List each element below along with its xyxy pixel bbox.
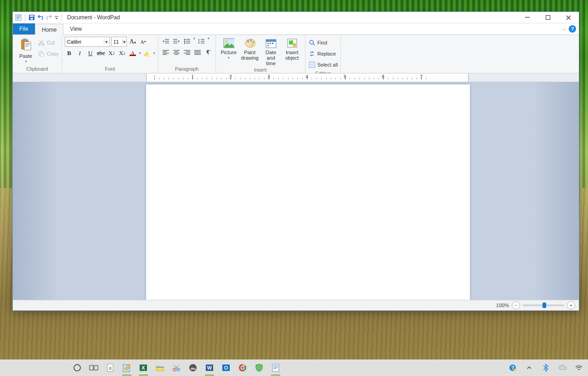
cut-button[interactable]: Cut bbox=[38, 38, 59, 48]
svg-text:a: a bbox=[109, 365, 112, 370]
taskbar-snip-icon[interactable] bbox=[170, 361, 183, 374]
minimize-button[interactable] bbox=[517, 12, 537, 23]
replace-button[interactable]: Replace bbox=[308, 49, 338, 59]
svg-point-54 bbox=[225, 40, 228, 43]
paste-icon bbox=[18, 38, 33, 52]
bullets-button[interactable] bbox=[182, 37, 192, 46]
taskbar-app-1[interactable]: a bbox=[104, 361, 117, 374]
chevron-down-icon[interactable]: ▾ bbox=[123, 39, 126, 45]
shrink-font-button[interactable]: A▾ bbox=[139, 37, 148, 46]
select-all-button[interactable]: Select all bbox=[308, 60, 338, 70]
insert-picture-button[interactable]: Picture ▾ bbox=[219, 37, 239, 60]
subscript-button[interactable]: X2 bbox=[107, 49, 116, 58]
tab-view[interactable]: View bbox=[63, 23, 89, 34]
zoom-in-button[interactable]: + bbox=[567, 301, 575, 309]
tray-wifi-icon[interactable] bbox=[572, 361, 585, 374]
replace-icon bbox=[308, 50, 316, 57]
font-name-combo[interactable]: ▾ bbox=[65, 37, 110, 47]
italic-button[interactable]: I bbox=[75, 49, 85, 58]
undo-icon[interactable] bbox=[37, 14, 44, 21]
superscript-button[interactable]: X2 bbox=[118, 49, 127, 58]
taskbar: a X W O ? bbox=[0, 359, 588, 376]
taskbar-word-icon[interactable]: W bbox=[203, 361, 216, 374]
align-left-button[interactable] bbox=[161, 48, 170, 57]
svg-rect-41 bbox=[173, 50, 180, 51]
group-paragraph: ▾ ▾ Paragraph bbox=[158, 35, 216, 73]
zoom-slider[interactable] bbox=[523, 304, 564, 306]
strikethrough-button[interactable]: abc bbox=[96, 49, 106, 58]
insert-object-button[interactable]: Insertobject bbox=[282, 37, 302, 61]
underline-button[interactable]: U bbox=[86, 49, 95, 58]
svg-rect-15 bbox=[25, 46, 28, 46]
cortana-icon[interactable] bbox=[71, 361, 84, 374]
save-icon[interactable] bbox=[28, 14, 35, 21]
tray-help-icon[interactable]: ? bbox=[506, 361, 519, 374]
font-color-button[interactable]: A bbox=[128, 49, 137, 58]
svg-rect-6 bbox=[30, 18, 33, 20]
svg-point-83 bbox=[189, 364, 197, 371]
svg-rect-5 bbox=[30, 15, 34, 17]
taskbar-wordpad-icon[interactable] bbox=[269, 361, 282, 374]
ruler[interactable]: 1234567 bbox=[13, 73, 579, 82]
chevron-down-icon[interactable]: ▾ bbox=[193, 37, 195, 46]
taskbar-explorer-icon[interactable] bbox=[153, 361, 166, 374]
font-size-input[interactable] bbox=[112, 39, 123, 45]
chevron-down-icon[interactable]: ▾ bbox=[104, 39, 109, 45]
document-page[interactable] bbox=[146, 84, 470, 300]
svg-rect-51 bbox=[194, 53, 201, 53]
svg-point-27 bbox=[184, 39, 185, 40]
object-icon bbox=[287, 38, 298, 49]
svg-rect-13 bbox=[25, 43, 30, 44]
taskbar-app-notepad[interactable] bbox=[120, 361, 133, 374]
line-spacing-button[interactable] bbox=[197, 37, 206, 46]
paste-button[interactable]: Paste ▾ bbox=[16, 37, 36, 63]
align-center-button[interactable] bbox=[172, 48, 181, 57]
decrease-indent-button[interactable] bbox=[161, 37, 170, 46]
chevron-down-icon[interactable]: ▾ bbox=[139, 51, 141, 55]
tab-file[interactable]: File bbox=[13, 23, 35, 34]
window-controls bbox=[517, 12, 579, 23]
copy-button[interactable]: Copy bbox=[38, 49, 59, 59]
font-size-combo[interactable]: ▾ bbox=[111, 37, 127, 47]
zoom-out-button[interactable]: − bbox=[512, 301, 520, 309]
taskbar-defender-icon[interactable] bbox=[253, 361, 266, 374]
svg-rect-9 bbox=[546, 16, 550, 20]
taskbar-excel-icon[interactable]: X bbox=[137, 361, 150, 374]
tray-bluetooth-icon[interactable] bbox=[539, 361, 552, 374]
taskbar-chrome-icon[interactable] bbox=[236, 361, 249, 374]
taskbar-photos-icon[interactable] bbox=[187, 361, 199, 374]
tab-home[interactable]: Home bbox=[35, 24, 63, 35]
grow-font-button[interactable]: A▴ bbox=[128, 37, 137, 46]
paint-drawing-button[interactable]: Paintdrawing bbox=[240, 37, 260, 61]
svg-point-58 bbox=[252, 41, 254, 43]
svg-rect-49 bbox=[194, 50, 201, 51]
svg-rect-19 bbox=[40, 53, 44, 57]
tray-chevron-icon[interactable] bbox=[523, 361, 536, 374]
paragraph-dialog-button[interactable] bbox=[204, 48, 213, 57]
date-time-button[interactable]: Date andtime bbox=[261, 37, 281, 66]
chevron-down-icon[interactable]: ▾ bbox=[153, 51, 155, 55]
highlight-button[interactable] bbox=[142, 49, 152, 58]
taskbar-outlook-icon[interactable]: O bbox=[220, 361, 232, 374]
collapse-ribbon-icon[interactable]: ︿ bbox=[562, 26, 566, 32]
close-button[interactable] bbox=[558, 12, 579, 23]
increase-indent-button[interactable] bbox=[172, 37, 181, 46]
quick-access-toolbar bbox=[15, 14, 63, 21]
tray-onedrive-icon[interactable] bbox=[556, 361, 569, 374]
bold-button[interactable]: B bbox=[65, 49, 74, 58]
font-name-input[interactable] bbox=[65, 39, 104, 45]
help-icon[interactable]: ? bbox=[569, 25, 576, 33]
redo-icon[interactable] bbox=[45, 14, 53, 21]
align-right-button[interactable] bbox=[182, 48, 192, 57]
group-label: Paragraph bbox=[161, 65, 213, 73]
task-view-icon[interactable] bbox=[87, 361, 100, 374]
svg-rect-93 bbox=[273, 368, 277, 369]
group-insert: Picture ▾ Paintdrawing Date andtime Inse… bbox=[216, 35, 305, 73]
svg-point-68 bbox=[293, 43, 296, 47]
justify-button[interactable] bbox=[193, 48, 202, 57]
maximize-button[interactable] bbox=[537, 12, 558, 23]
chevron-down-icon[interactable]: ▾ bbox=[208, 37, 209, 46]
qat-customize-icon[interactable] bbox=[54, 14, 59, 21]
group-label: Font bbox=[65, 65, 155, 73]
find-button[interactable]: Find bbox=[308, 38, 338, 48]
